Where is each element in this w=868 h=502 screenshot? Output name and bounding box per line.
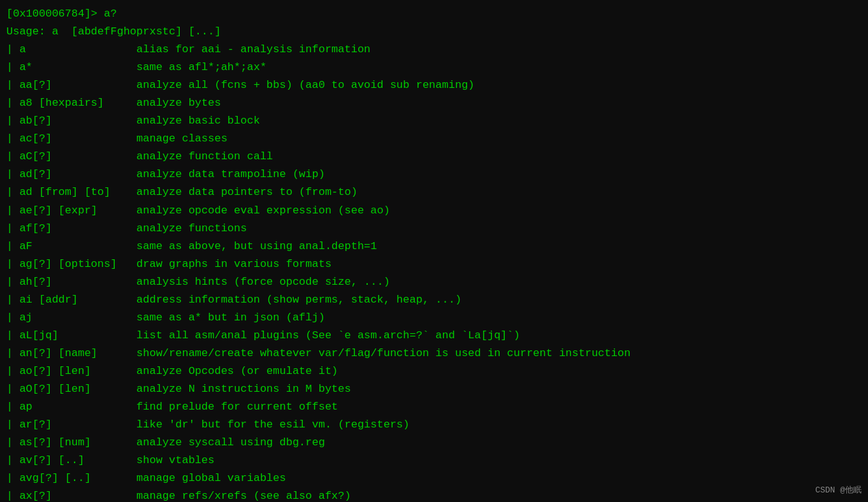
pipe-char: | bbox=[6, 148, 19, 166]
command-desc: manage global variables bbox=[136, 470, 286, 487]
command-desc: analyze function call bbox=[136, 148, 273, 166]
command-name: aO[?] [len] bbox=[19, 380, 136, 398]
command-row: | ad[?] analyze data trampoline (wip) bbox=[6, 166, 862, 183]
pipe-char: | bbox=[6, 238, 19, 255]
command-row: | a* same as afl*;ah*;ax* bbox=[6, 59, 862, 76]
command-desc: analyze N instructions in M bytes bbox=[136, 380, 351, 398]
pipe-char: | bbox=[6, 416, 19, 434]
pipe-char: | bbox=[6, 327, 19, 345]
command-row: | aO[?] [len] analyze N instructions in … bbox=[6, 380, 862, 398]
command-name: a bbox=[19, 41, 136, 59]
pipe-char: | bbox=[6, 470, 19, 487]
pipe-char: | bbox=[6, 112, 19, 130]
pipe-char: | bbox=[6, 94, 19, 112]
command-name: ai [addr] bbox=[19, 291, 136, 309]
command-name: af[?] bbox=[19, 220, 136, 238]
command-name: a8 [hexpairs] bbox=[19, 94, 136, 112]
pipe-char: | bbox=[6, 273, 19, 291]
command-row: | ai [addr] address information (show pe… bbox=[6, 291, 862, 309]
command-name: aj bbox=[19, 309, 136, 327]
command-desc: analyze functions bbox=[136, 220, 247, 238]
command-desc: analyze Opcodes (or emulate it) bbox=[136, 362, 338, 380]
command-name: aC[?] bbox=[19, 148, 136, 166]
command-name: ax[?] bbox=[19, 487, 136, 502]
pipe-char: | bbox=[6, 59, 19, 76]
command-name: ac[?] bbox=[19, 130, 136, 148]
command-row: | aj same as a* but in json (aflj) bbox=[6, 309, 862, 327]
command-desc: find prelude for current offset bbox=[136, 398, 338, 416]
command-row: | ar[?] like 'dr' but for the esil vm. (… bbox=[6, 416, 862, 434]
pipe-char: | bbox=[6, 362, 19, 380]
pipe-char: | bbox=[6, 398, 19, 416]
command-row: | as[?] [num] analyze syscall using dbg.… bbox=[6, 434, 862, 452]
command-desc: same as afl*;ah*;ax* bbox=[136, 59, 266, 76]
command-name: as[?] [num] bbox=[19, 434, 136, 452]
command-row: | aC[?] analyze function call bbox=[6, 148, 862, 166]
command-row: | ag[?] [options] draw graphs in various… bbox=[6, 255, 862, 273]
prompt-text: [0x100006784]> a? bbox=[6, 5, 117, 23]
command-row: | ao[?] [len] analyze Opcodes (or emulat… bbox=[6, 362, 862, 380]
pipe-char: | bbox=[6, 76, 19, 94]
command-name: ah[?] bbox=[19, 273, 136, 291]
command-desc: analyze all (fcns + bbs) (aa0 to avoid s… bbox=[136, 76, 475, 94]
command-desc: analyze data trampoline (wip) bbox=[136, 166, 325, 183]
command-name: av[?] [..] bbox=[19, 452, 136, 470]
command-row: | ax[?] manage refs/xrefs (see also afx?… bbox=[6, 487, 862, 502]
command-desc: analyze data pointers to (from-to) bbox=[136, 183, 358, 201]
command-name: ao[?] [len] bbox=[19, 362, 136, 380]
command-name: an[?] [name] bbox=[19, 345, 136, 362]
pipe-char: | bbox=[6, 291, 19, 309]
watermark: CSDN @他眠 bbox=[815, 484, 862, 496]
pipe-char: | bbox=[6, 255, 19, 273]
usage-line: Usage: a [abdefFghoprxstc] [...] bbox=[6, 23, 862, 41]
command-name: ar[?] bbox=[19, 416, 136, 434]
usage-text: Usage: a [abdefFghoprxstc] [...] bbox=[6, 23, 221, 41]
command-desc: list all asm/anal plugins (See `e asm.ar… bbox=[136, 327, 520, 345]
command-name: ae[?] [expr] bbox=[19, 202, 136, 220]
command-row: | a8 [hexpairs] analyze bytes bbox=[6, 94, 862, 112]
command-row: | ad [from] [to] analyze data pointers t… bbox=[6, 183, 862, 201]
command-name: aL[jq] bbox=[19, 327, 136, 345]
command-desc: analyze syscall using dbg.reg bbox=[136, 434, 325, 452]
command-desc: analyze opcode eval expression (see ao) bbox=[136, 202, 390, 220]
command-desc: same as a* but in json (aflj) bbox=[136, 309, 325, 327]
command-name: aa[?] bbox=[19, 76, 136, 94]
pipe-char: | bbox=[6, 166, 19, 183]
command-desc: draw graphs in various formats bbox=[136, 255, 331, 273]
command-row: | an[?] [name] show/rename/create whatev… bbox=[6, 345, 862, 362]
command-desc: address information (show perms, stack, … bbox=[136, 291, 461, 309]
command-name: ad [from] [to] bbox=[19, 183, 136, 201]
pipe-char: | bbox=[6, 434, 19, 452]
command-desc: analyze basic block bbox=[136, 112, 260, 130]
command-desc: manage classes bbox=[136, 130, 228, 148]
prompt-line: [0x100006784]> a? bbox=[6, 5, 862, 23]
pipe-char: | bbox=[6, 487, 19, 502]
commands-list: | a alias for aai - analysis information… bbox=[6, 41, 862, 502]
command-name: aF bbox=[19, 238, 136, 255]
pipe-char: | bbox=[6, 183, 19, 201]
pipe-char: | bbox=[6, 380, 19, 398]
command-row: | ab[?] analyze basic block bbox=[6, 112, 862, 130]
command-desc: analyze bytes bbox=[136, 94, 221, 112]
pipe-char: | bbox=[6, 309, 19, 327]
command-row: | af[?] analyze functions bbox=[6, 220, 862, 238]
command-name: ab[?] bbox=[19, 112, 136, 130]
command-name: a* bbox=[19, 59, 136, 76]
command-row: | av[?] [..] show vtables bbox=[6, 452, 862, 470]
command-desc: alias for aai - analysis information bbox=[136, 41, 370, 59]
command-desc: same as above, but using anal.depth=1 bbox=[136, 238, 377, 255]
command-row: | aa[?] analyze all (fcns + bbs) (aa0 to… bbox=[6, 76, 862, 94]
command-name: avg[?] [..] bbox=[19, 470, 136, 487]
command-desc: show vtables bbox=[136, 452, 214, 470]
command-desc: like 'dr' but for the esil vm. (register… bbox=[136, 416, 409, 434]
command-name: ag[?] [options] bbox=[19, 255, 136, 273]
command-row: | a alias for aai - analysis information bbox=[6, 41, 862, 59]
command-row: | avg[?] [..] manage global variables bbox=[6, 470, 862, 487]
command-name: ap bbox=[19, 398, 136, 416]
command-desc: analysis hints (force opcode size, ...) bbox=[136, 273, 390, 291]
command-row: | ah[?] analysis hints (force opcode siz… bbox=[6, 273, 862, 291]
pipe-char: | bbox=[6, 452, 19, 470]
pipe-char: | bbox=[6, 130, 19, 148]
pipe-char: | bbox=[6, 220, 19, 238]
command-desc: manage refs/xrefs (see also afx?) bbox=[136, 487, 351, 502]
